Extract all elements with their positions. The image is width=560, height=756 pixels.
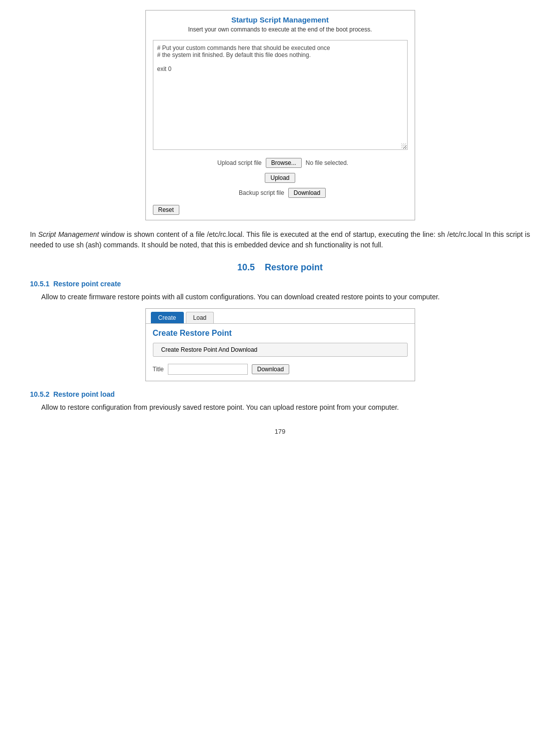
create-restore-point-panel: Create Load Create Restore Point Create …: [145, 308, 415, 381]
textarea-line-1: # Put your custom commands here that sho…: [157, 44, 403, 51]
subsection-1-para: Allow to create firmware restore points …: [30, 292, 530, 302]
body-paragraph-1: In Script Management window is shown con…: [30, 229, 530, 250]
subsection-1-para-text: Allow to create firmware restore points …: [41, 293, 440, 301]
para1-post: window is shown content of a file /etc/r…: [30, 230, 530, 249]
subsection-2-number: 10.5.2: [30, 390, 49, 398]
script-textarea[interactable]: # Put your custom commands here that sho…: [153, 40, 408, 150]
no-file-text: No file selected.: [306, 159, 348, 166]
create-restore-point-and-download-button[interactable]: Create Restore Point And Download: [153, 343, 408, 357]
subsection-2-title: Restore point load: [53, 390, 115, 398]
subsection-2-para: Allow to restore configuration from prev…: [30, 402, 530, 413]
upload-label: Upload script file: [212, 159, 262, 166]
subsection-2-para-text: Allow to restore configuration from prev…: [41, 403, 399, 411]
textarea-line-2: # the system init finished. By default t…: [157, 51, 403, 58]
backup-label: Backup script file: [234, 189, 284, 196]
subsection-1-title: Restore point create: [53, 280, 121, 288]
tab-bar: Create Load: [146, 309, 415, 324]
startup-script-panel: Startup Script Management Insert your ow…: [145, 10, 415, 220]
startup-panel-title: Startup Script Management: [146, 10, 415, 26]
textarea-line-3: [157, 58, 403, 65]
tab-load[interactable]: Load: [186, 312, 214, 323]
subsection-1-number: 10.5.1: [30, 280, 49, 288]
section-10-5-heading: 10.5 Restore point: [30, 262, 530, 273]
upload-button[interactable]: Upload: [265, 173, 295, 183]
tab-create[interactable]: Create: [151, 312, 184, 323]
textarea-line-4: exit 0: [157, 65, 403, 72]
upload-button-row: Upload: [146, 171, 415, 185]
backup-script-row: Backup script file Download: [146, 185, 415, 201]
upload-script-row: Upload script file Browse... No file sel…: [146, 155, 415, 171]
title-label: Title: [153, 366, 164, 373]
startup-panel-subtitle: Insert your own commands to execute at t…: [146, 26, 415, 37]
subsection-10-5-1-heading: 10.5.1 Restore point create: [30, 280, 530, 288]
para1-pre: In: [30, 230, 38, 238]
restore-panel-title: Create Restore Point: [146, 324, 415, 341]
browse-button[interactable]: Browse...: [266, 158, 302, 168]
reset-row: Reset: [146, 201, 415, 220]
title-input[interactable]: [168, 364, 248, 375]
section-number: 10.5: [237, 262, 255, 272]
subsection-10-5-2-heading: 10.5.2 Restore point load: [30, 390, 530, 398]
restore-download-row: Title Download: [146, 361, 415, 381]
reset-button[interactable]: Reset: [153, 205, 179, 215]
resize-handle: [401, 143, 406, 148]
page-number: 179: [30, 428, 530, 435]
para1-italic: Script Management: [38, 230, 99, 238]
download-button[interactable]: Download: [288, 188, 326, 198]
section-title: Restore point: [265, 262, 323, 272]
restore-download-button[interactable]: Download: [252, 364, 289, 374]
restore-create-btn-row: Create Restore Point And Download: [146, 341, 415, 361]
